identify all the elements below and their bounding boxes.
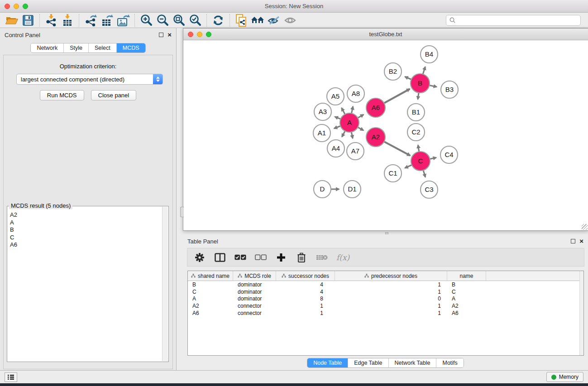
table-cell[interactable]: 4: [276, 289, 335, 295]
graph-node-D[interactable]: D: [314, 181, 331, 198]
graph-node-B[interactable]: B: [411, 74, 430, 93]
function-builder-button[interactable]: f(x): [336, 253, 349, 262]
zoom-selected-button[interactable]: [187, 14, 203, 27]
network-canvas[interactable]: AA1A2A3A4A5A6A7A8BB1B2B3B4CC1C2C3C4DD1: [183, 40, 588, 230]
graph-node-A8[interactable]: A8: [347, 85, 364, 102]
tab-node-table[interactable]: Node Table: [307, 358, 348, 367]
first-neighbors-button[interactable]: [249, 14, 266, 27]
graph-node-A1[interactable]: A1: [313, 124, 330, 142]
zoom-in-button[interactable]: [138, 14, 154, 27]
deselect-all-button[interactable]: [255, 252, 267, 263]
graph-node-C[interactable]: C: [411, 152, 430, 171]
float-table-panel-icon[interactable]: [571, 239, 575, 243]
float-panel-icon[interactable]: [159, 33, 163, 37]
table-cell[interactable]: A6: [447, 310, 486, 316]
open-session-button[interactable]: [4, 14, 20, 27]
export-network-button[interactable]: [82, 14, 99, 27]
tab-style[interactable]: Style: [64, 43, 89, 52]
table-cell[interactable]: 1: [335, 310, 447, 316]
table-row[interactable]: Adominator80A: [188, 295, 583, 303]
table-cell[interactable]: 1: [335, 289, 447, 295]
column-header-shared-name[interactable]: shared name: [188, 271, 233, 281]
search-input[interactable]: [458, 17, 577, 24]
select-all-button[interactable]: [234, 252, 246, 263]
graph-node-A4[interactable]: A4: [327, 140, 344, 157]
table-cell[interactable]: connector: [233, 303, 276, 309]
tab-network-table[interactable]: Network Table: [389, 358, 437, 367]
table-cell[interactable]: 0: [335, 295, 447, 302]
graph-node-B3[interactable]: B3: [441, 81, 458, 98]
result-item-a2[interactable]: A2: [8, 211, 162, 219]
show-panels-button[interactable]: [5, 372, 17, 382]
zoom-window-icon[interactable]: [23, 4, 28, 9]
graph-node-A6[interactable]: A6: [366, 98, 385, 117]
table-cell[interactable]: connector: [233, 310, 276, 316]
table-cell[interactable]: A6: [188, 310, 233, 316]
show-all-button[interactable]: [282, 14, 298, 27]
table-cell[interactable]: A: [447, 295, 486, 302]
graph-node-C1[interactable]: C1: [384, 165, 402, 182]
delete-table-button[interactable]: [316, 252, 328, 263]
graph-node-B4[interactable]: B4: [421, 46, 438, 63]
tab-select[interactable]: Select: [89, 43, 117, 52]
graph-node-A2[interactable]: A2: [366, 128, 385, 147]
table-cell[interactable]: 8: [276, 295, 335, 302]
graph-node-B1[interactable]: B1: [407, 104, 425, 121]
minimize-window-icon[interactable]: [14, 4, 19, 9]
minimize-network-icon[interactable]: [197, 32, 202, 37]
result-item-c[interactable]: C: [8, 234, 162, 242]
table-cell[interactable]: C: [188, 289, 233, 295]
tab-edge-table[interactable]: Edge Table: [348, 358, 388, 367]
run-mcds-button[interactable]: Run MCDS: [40, 90, 84, 100]
column-header-predecessor-nodes[interactable]: predecessor nodes: [335, 271, 447, 281]
tab-network[interactable]: Network: [31, 43, 64, 52]
zoom-fit-button[interactable]: [171, 14, 187, 27]
column-header-mcds-role[interactable]: MCDS role: [233, 271, 276, 281]
table-options-button[interactable]: [194, 252, 206, 263]
table-cell[interactable]: A: [188, 295, 233, 302]
save-session-button[interactable]: [20, 14, 36, 27]
result-list-scrollbar[interactable]: [162, 207, 168, 361]
network-window-titlebar[interactable]: testGlobe.txt: [183, 29, 588, 40]
table-cell[interactable]: B: [188, 281, 233, 288]
result-item-a[interactable]: A: [8, 219, 162, 227]
memory-button[interactable]: Memory: [546, 372, 583, 382]
graph-node-A5[interactable]: A5: [327, 88, 344, 105]
zoom-network-icon[interactable]: [206, 32, 211, 37]
graph-node-C4[interactable]: C4: [440, 146, 458, 163]
tab-mcds[interactable]: MCDS: [117, 43, 145, 52]
table-cell[interactable]: dominator: [233, 295, 276, 302]
show-columns-button[interactable]: [214, 252, 226, 263]
table-cell[interactable]: 1: [335, 303, 447, 309]
tool-palette-grip[interactable]: [180, 207, 184, 217]
graph-node-A3[interactable]: A3: [314, 103, 331, 120]
table-cell[interactable]: dominator: [233, 281, 276, 288]
export-table-button[interactable]: [99, 14, 115, 27]
graph-node-A7[interactable]: A7: [347, 143, 364, 160]
hide-selected-button[interactable]: [266, 14, 282, 27]
result-item-b[interactable]: B: [8, 226, 162, 234]
graph-node-B2[interactable]: B2: [384, 63, 402, 80]
tab-motifs[interactable]: Motifs: [436, 358, 463, 367]
table-row[interactable]: Cdominator41C: [188, 288, 583, 295]
close-panel-button[interactable]: Close panel: [91, 90, 137, 100]
graph-node-D1[interactable]: D1: [344, 181, 361, 198]
table-cell[interactable]: A2: [447, 303, 486, 309]
import-table-button[interactable]: [59, 14, 76, 27]
column-header-successor-nodes[interactable]: successor nodes: [276, 271, 335, 281]
close-network-icon[interactable]: [188, 32, 193, 37]
criterion-dropdown[interactable]: largest connected component (directed): [16, 74, 163, 85]
table-row[interactable]: A2connector11A2: [188, 302, 583, 310]
table-cell[interactable]: B: [447, 281, 486, 288]
table-row[interactable]: Bdominator41B: [188, 281, 583, 288]
table-row[interactable]: A6connector11A6: [188, 310, 583, 317]
close-panel-icon[interactable]: ×: [167, 33, 172, 37]
table-cell[interactable]: dominator: [233, 289, 276, 295]
table-scrollbar[interactable]: [579, 271, 583, 355]
delete-column-button[interactable]: [296, 252, 307, 263]
search-field[interactable]: [446, 15, 581, 26]
export-image-button[interactable]: [115, 14, 131, 27]
graph-node-A[interactable]: A: [340, 113, 359, 132]
refresh-view-button[interactable]: [210, 14, 226, 27]
table-cell[interactable]: A2: [188, 303, 233, 309]
